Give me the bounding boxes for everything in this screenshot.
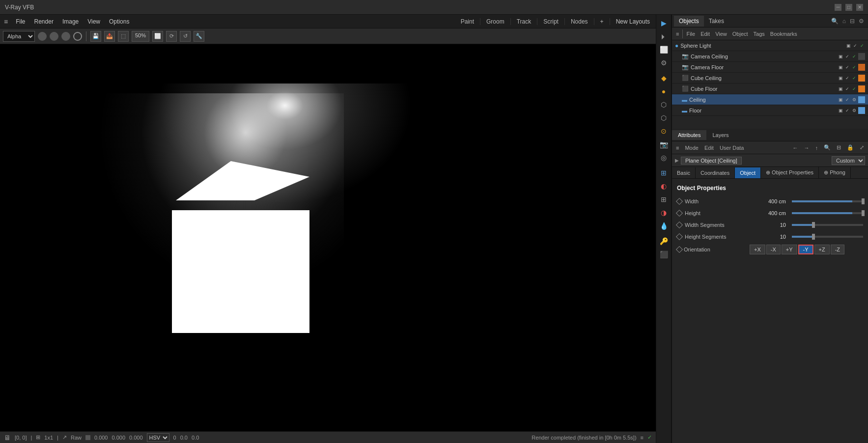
attr-tab-layers[interactable]: Layers <box>706 130 734 140</box>
cuf-extra[interactable] <box>858 85 865 92</box>
cuf-vis1[interactable]: ▣ <box>838 86 843 92</box>
objects-icon[interactable]: ◆ <box>657 72 670 84</box>
prop-tab-phong[interactable]: ⊕ Phong <box>819 167 851 178</box>
height-keyframe-btn[interactable] <box>676 210 683 217</box>
fl-extra[interactable] <box>858 107 865 114</box>
cc-vis1[interactable]: ▣ <box>838 54 843 59</box>
tools-icon[interactable]: 🔧 <box>194 31 204 42</box>
attr-search-btn[interactable]: 🔍 <box>822 143 833 152</box>
xref-icon[interactable]: ⬡ <box>657 111 670 124</box>
obj-tb-bookmarks[interactable]: Bookmarks <box>768 30 799 38</box>
menu-render[interactable]: Render <box>30 16 57 27</box>
tab-track[interactable]: Track <box>511 18 538 25</box>
menu-image[interactable]: Image <box>58 16 83 27</box>
obj-row-cube-floor[interactable]: ⬛ Cube Floor ▣ ✓ ✓ <box>672 83 868 94</box>
cuc-vis2[interactable]: ✓ <box>844 75 850 81</box>
cuf-vis2[interactable]: ✓ <box>844 86 850 92</box>
render-region-icon[interactable]: ⬜ <box>657 43 670 56</box>
attr-tb-edit[interactable]: Edit <box>702 144 716 152</box>
tab-objects[interactable]: Objects <box>674 16 704 27</box>
tab-nodes[interactable]: Nodes <box>565 18 594 25</box>
cuc-check[interactable]: ✓ <box>851 75 857 81</box>
cf-vis2[interactable]: ✓ <box>844 64 850 70</box>
viewport[interactable] <box>0 44 656 431</box>
menu-options[interactable]: Options <box>105 16 133 27</box>
width-slider-handle[interactable] <box>862 198 865 204</box>
region-icon[interactable]: ⬚ <box>118 31 129 42</box>
cuc-extra[interactable] <box>858 75 865 82</box>
cf-check[interactable]: ✓ <box>851 64 857 70</box>
close-button[interactable]: ✕ <box>856 4 863 11</box>
cel-vis1[interactable]: ▣ <box>838 97 843 103</box>
tab-add[interactable]: + <box>594 18 610 25</box>
layer-icon[interactable]: ⊞ <box>657 166 670 179</box>
obj-row-camera-floor[interactable]: 📷 Camera Floor ▣ ✓ ✓ <box>672 62 868 73</box>
cf-vis1[interactable]: ▣ <box>838 64 843 70</box>
orient-minus-x[interactable]: -X <box>766 245 781 254</box>
render-icon[interactable]: ▶ <box>657 17 670 29</box>
ipr-icon[interactable]: ⏵ <box>657 30 670 43</box>
orient-plus-x[interactable]: +X <box>750 245 765 254</box>
cel-gear[interactable]: ⚙ <box>851 97 857 103</box>
obj-row-sphere-light[interactable]: ● Sphere Light ▣ ✓ ✓ <box>672 40 868 51</box>
attr-lock-btn[interactable]: 🔒 <box>845 143 856 152</box>
obj-tb-view[interactable]: View <box>713 30 729 38</box>
cc-check[interactable]: ✓ <box>851 54 857 59</box>
height-slider[interactable] <box>792 212 863 214</box>
wseg-keyframe-btn[interactable] <box>676 222 683 228</box>
export-icon[interactable]: 📤 <box>104 31 115 42</box>
channel-3-btn[interactable] <box>61 32 70 41</box>
obj-tb-tags[interactable]: Tags <box>752 30 767 38</box>
tag-icon[interactable]: 🔑 <box>657 235 670 248</box>
prop-tab-coordinates[interactable]: Coordinates <box>696 167 735 178</box>
orient-minus-z[interactable]: -Z <box>831 245 844 254</box>
attr-tab-attributes[interactable]: Attributes <box>672 130 706 140</box>
height-value[interactable]: 400 cm <box>752 210 786 216</box>
stereo-icon[interactable]: ⟳ <box>166 31 177 42</box>
width-slider[interactable] <box>792 200 863 202</box>
hseg-keyframe-btn[interactable] <box>676 233 683 240</box>
save-icon[interactable]: 💾 <box>90 31 101 42</box>
obj-row-camera-ceiling[interactable]: 📷 Camera Ceiling ▣ ✓ ✓ <box>672 51 868 62</box>
cube-btn[interactable]: ⬛ <box>657 248 670 261</box>
hseg-slider[interactable] <box>792 236 863 238</box>
obj-row-cube-ceiling[interactable]: ⬛ Cube Ceiling ▣ ✓ ✓ <box>672 73 868 83</box>
attr-forward-btn[interactable]: → <box>802 144 812 152</box>
filter-icon[interactable]: ⊟ <box>850 18 855 25</box>
compare-icon[interactable]: ↺ <box>180 31 191 42</box>
prop-tab-obj-props[interactable]: ⊕ Object Properties <box>761 167 819 178</box>
search-icon[interactable]: 🔍 <box>831 18 839 25</box>
sl-vis2[interactable]: ✓ <box>852 43 858 49</box>
obj-tb-hamburger[interactable]: ≡ <box>674 30 681 38</box>
obj-row-ceiling[interactable]: ▬ Ceiling ▣ ✓ ⚙ <box>672 94 868 105</box>
menu-file[interactable]: File <box>12 16 29 27</box>
prop-tab-basic[interactable]: Basic <box>672 167 696 178</box>
fx-icon[interactable]: ◐ <box>657 180 670 193</box>
obj-tb-object[interactable]: Object <box>730 30 750 38</box>
channel-2-btn[interactable] <box>50 32 58 41</box>
tab-new-layouts[interactable]: New Layouts <box>610 18 656 25</box>
tab-takes[interactable]: Takes <box>704 16 729 27</box>
attr-back-btn[interactable]: ← <box>791 144 800 152</box>
obj-tb-file[interactable]: File <box>684 30 697 38</box>
global-icon[interactable]: ◑ <box>657 206 670 219</box>
cuf-check[interactable]: ✓ <box>851 86 857 92</box>
wseg-slider-handle[interactable] <box>812 222 815 228</box>
wseg-value[interactable]: 10 <box>752 222 786 228</box>
anim-icon[interactable]: ◎ <box>657 151 670 164</box>
attr-tb-mode[interactable]: Mode <box>683 144 700 152</box>
wseg-slider[interactable] <box>792 224 863 226</box>
attr-tb-hamburger[interactable]: ≡ <box>674 144 681 152</box>
deform-icon[interactable]: 💧 <box>657 220 670 232</box>
cel-vis2[interactable]: ✓ <box>844 97 850 103</box>
tab-groom[interactable]: Groom <box>480 18 511 25</box>
maximize-button[interactable]: □ <box>845 4 852 11</box>
orient-minus-y[interactable]: -Y <box>798 245 813 254</box>
obj-row-floor[interactable]: ▬ Floor ▣ ✓ ⚙ <box>672 105 868 116</box>
grid-icon[interactable]: ⊞ <box>657 193 670 206</box>
attr-expand-btn[interactable]: ⤢ <box>858 143 866 152</box>
prop-tab-object[interactable]: Object <box>735 167 761 178</box>
hseg-value[interactable]: 10 <box>752 234 786 240</box>
height-slider-handle[interactable] <box>862 210 865 216</box>
menu-view[interactable]: View <box>84 16 104 27</box>
